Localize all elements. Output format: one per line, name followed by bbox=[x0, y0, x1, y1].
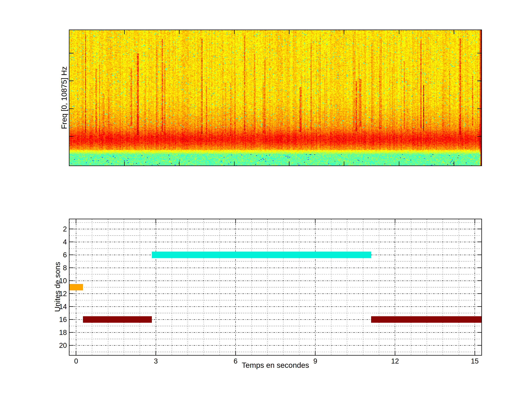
cyan-segment bbox=[152, 252, 371, 258]
gridline-y-minor bbox=[70, 222, 481, 223]
y-tick-label: 2 bbox=[49, 226, 67, 233]
y-tick-right bbox=[477, 345, 481, 346]
x-tick-top bbox=[475, 219, 475, 223]
gridline-x-major bbox=[156, 219, 156, 355]
x-tick-top bbox=[156, 219, 156, 223]
y-tick-left bbox=[70, 254, 74, 255]
spec-x-tick-bottom bbox=[344, 161, 344, 165]
y-tick-right bbox=[477, 306, 481, 307]
gridline-y-major bbox=[70, 345, 481, 346]
x-tick-top bbox=[76, 219, 76, 223]
spectrogram-plot-frame bbox=[69, 30, 482, 166]
gridline-y-major bbox=[70, 293, 481, 294]
figure: { "figure": { "width_px": 2880, "height_… bbox=[0, 0, 532, 399]
spec-y-tick-left bbox=[70, 108, 74, 109]
y-tick-label: 18 bbox=[49, 329, 67, 336]
dark-red-segment-2 bbox=[371, 316, 481, 323]
gridline-y-minor bbox=[70, 339, 481, 339]
y-tick-right bbox=[477, 254, 481, 255]
x-tick-label: 0 bbox=[74, 358, 78, 365]
spec-x-tick-top bbox=[234, 30, 234, 34]
spec-x-tick-bottom bbox=[289, 161, 290, 165]
y-tick-left bbox=[70, 267, 74, 268]
y-tick-label: 16 bbox=[49, 316, 67, 323]
x-tick-label: 12 bbox=[391, 358, 399, 365]
x-tick-top bbox=[315, 219, 316, 223]
x-tick-bottom bbox=[156, 351, 156, 355]
y-tick-left bbox=[70, 332, 74, 333]
gridline-y-major bbox=[70, 332, 481, 333]
y-tick-label: 6 bbox=[49, 251, 67, 259]
timeline-xlabel: Temps en secondes bbox=[242, 361, 309, 369]
gridline-y-minor bbox=[70, 326, 481, 326]
gridline-y-major bbox=[70, 268, 481, 268]
gridline-y-minor bbox=[70, 261, 481, 262]
gridline-y-major bbox=[70, 229, 481, 229]
y-tick-left bbox=[70, 280, 74, 281]
gridline-y-minor bbox=[70, 313, 481, 313]
gridline-y-minor bbox=[70, 235, 481, 236]
y-tick-left bbox=[70, 293, 74, 294]
x-tick-label: 6 bbox=[234, 358, 238, 365]
spec-x-tick-bottom bbox=[454, 161, 454, 165]
dark-red-segment-1 bbox=[83, 316, 152, 323]
y-tick-label: 20 bbox=[49, 342, 67, 349]
y-tick-left bbox=[70, 345, 74, 346]
x-tick-label: 15 bbox=[471, 358, 479, 365]
y-tick-right bbox=[477, 280, 481, 281]
y-tick-right bbox=[477, 332, 481, 333]
x-tick-bottom bbox=[235, 351, 236, 355]
gridline-y-minor bbox=[70, 274, 481, 274]
gridline-y-minor bbox=[70, 352, 481, 352]
gridline-x-major bbox=[395, 219, 395, 355]
spec-x-tick-top bbox=[399, 30, 399, 34]
x-tick-top bbox=[235, 219, 236, 223]
y-tick-right bbox=[477, 267, 481, 268]
y-tick-right bbox=[477, 242, 481, 242]
spec-x-tick-top bbox=[344, 30, 344, 34]
x-tick-bottom bbox=[315, 351, 316, 355]
x-tick-bottom bbox=[76, 351, 76, 355]
spec-y-tick-left bbox=[70, 53, 74, 53]
spec-y-tick-right bbox=[477, 136, 481, 137]
spec-y-tick-left bbox=[70, 136, 74, 137]
x-tick-label: 3 bbox=[154, 358, 158, 365]
y-tick-left bbox=[70, 242, 74, 242]
orange-segment bbox=[70, 284, 83, 290]
gridline-y-minor bbox=[70, 287, 481, 287]
timeline-plot-frame bbox=[69, 219, 482, 356]
x-tick-top bbox=[395, 219, 395, 223]
spectrogram-ylabel: Freq [0, 10875] Hz bbox=[60, 66, 68, 129]
y-tick-right bbox=[477, 293, 481, 294]
gridline-x-major bbox=[475, 219, 475, 355]
y-tick-left bbox=[70, 306, 74, 307]
timeline-ylabel: Unites de sons bbox=[54, 262, 61, 312]
gridline-y-major bbox=[70, 306, 481, 307]
spec-x-tick-bottom bbox=[179, 161, 180, 165]
spec-y-tick-left bbox=[70, 81, 74, 81]
spec-y-tick-right bbox=[477, 108, 481, 109]
y-tick-label: 4 bbox=[49, 239, 67, 246]
gridline-x-major bbox=[235, 219, 236, 355]
spec-y-tick-right bbox=[477, 53, 481, 53]
gridline-y-minor bbox=[70, 248, 481, 249]
spec-y-tick-right bbox=[477, 81, 481, 81]
spec-x-tick-bottom bbox=[234, 161, 234, 165]
spec-x-tick-top bbox=[289, 30, 290, 34]
gridline-y-minor bbox=[70, 300, 481, 300]
x-tick-bottom bbox=[475, 351, 475, 355]
gridline-y-major bbox=[70, 242, 481, 242]
gridline-x-major bbox=[315, 219, 316, 355]
gridline-y-major bbox=[70, 281, 481, 281]
spec-x-tick-bottom bbox=[124, 161, 125, 165]
spec-x-tick-top bbox=[124, 30, 125, 34]
x-tick-bottom bbox=[395, 351, 395, 355]
y-tick-left bbox=[70, 319, 74, 320]
spec-x-tick-top bbox=[454, 30, 454, 34]
x-tick-label: 9 bbox=[313, 358, 317, 365]
spectrogram-ticks-layer bbox=[70, 30, 481, 165]
y-tick-right bbox=[477, 229, 481, 229]
y-tick-left bbox=[70, 229, 74, 229]
spec-x-tick-top bbox=[179, 30, 180, 34]
timeline-plot-area bbox=[70, 219, 481, 355]
